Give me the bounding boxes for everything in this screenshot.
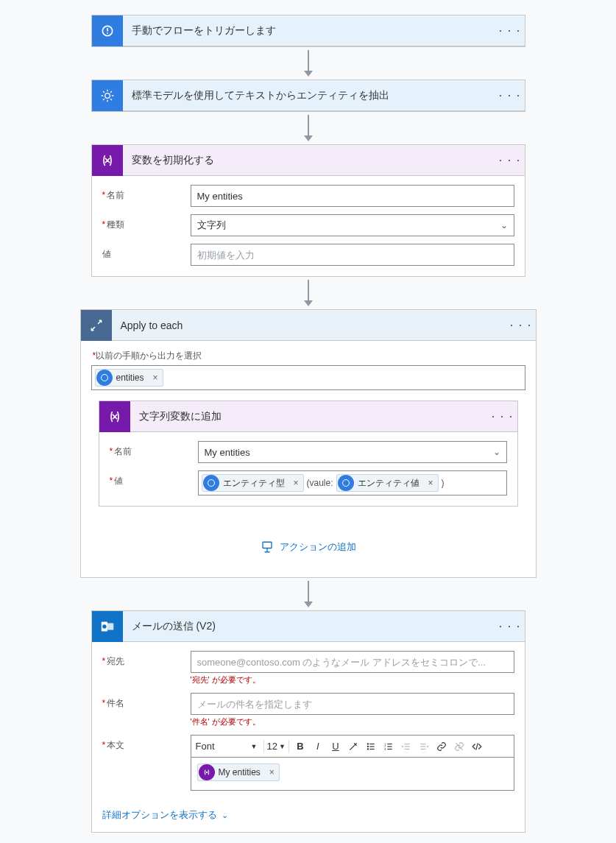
rt-color-button[interactable] — [345, 738, 361, 755]
chevron-down-icon: ⌄ — [493, 447, 500, 457]
apply-prevoutput-label: *以前の手順から出力を選択 — [93, 350, 525, 362]
initvar-name-input[interactable] — [191, 185, 514, 207]
token-entity-type[interactable]: エンティティ型 × — [202, 474, 304, 492]
rt-size-select[interactable]: 12▼ — [267, 738, 286, 755]
initvar-title: 変数を初期化する — [123, 154, 495, 167]
mail-body-editor[interactable]: My entities × — [191, 757, 514, 791]
svg-point-4 — [208, 480, 214, 487]
append-literal-text: ) — [442, 478, 445, 488]
token-remove-icon[interactable]: × — [265, 767, 279, 777]
add-action-icon — [261, 540, 274, 554]
initvar-type-label: *種類 — [102, 214, 191, 231]
dynamic-content-icon — [203, 475, 219, 491]
rt-bold-button[interactable]: B — [292, 738, 308, 755]
loop-icon — [81, 310, 112, 341]
dynamic-content-icon — [338, 475, 354, 491]
rt-bullets-button[interactable] — [363, 738, 379, 755]
token-entity-value[interactable]: エンティティ値 × — [336, 474, 439, 492]
connector-arrow-icon — [304, 581, 313, 607]
append-header[interactable]: 文字列変数に追加 · · · — [99, 401, 517, 432]
show-advanced-options[interactable]: 詳細オプションを表示する ⌄ — [92, 801, 525, 832]
add-action-label: アクションの追加 — [280, 540, 356, 554]
append-literal-text: (vaule: — [307, 478, 333, 488]
svg-rect-26 — [420, 746, 425, 747]
svg-rect-17 — [387, 746, 392, 747]
extract-title: 標準モデルを使用してテキストからエンティティを抽出 — [123, 89, 495, 102]
append-card: 文字列変数に追加 · · · *名前 My entities ⌄ — [99, 401, 518, 507]
token-remove-icon[interactable]: × — [424, 478, 438, 488]
rt-unlink-button[interactable] — [451, 738, 467, 755]
initvar-value-label: 値 — [102, 244, 191, 261]
trigger-header[interactable]: 手動でフローをトリガーします · · · — [92, 15, 525, 46]
rt-italic-button[interactable]: I — [310, 738, 326, 755]
token-entities[interactable]: entities × — [95, 369, 163, 387]
chevron-down-icon: ⌄ — [500, 220, 508, 230]
append-title: 文字列変数に追加 — [130, 410, 488, 423]
initvar-menu[interactable]: · · · — [495, 152, 525, 168]
show-advanced-label: 詳細オプションを表示する — [102, 808, 217, 822]
svg-rect-25 — [420, 743, 425, 744]
variable-icon — [199, 764, 215, 780]
trigger-title: 手動でフローをトリガーします — [123, 24, 495, 38]
applytoeach-menu[interactable]: · · · — [506, 317, 536, 333]
svg-rect-15 — [369, 748, 374, 749]
rt-link-button[interactable] — [433, 738, 450, 755]
richtext-toolbar: Font▼ 12▼ B I U 1 — [191, 735, 514, 757]
rt-numbered-button[interactable]: 123 — [380, 738, 397, 755]
token-myentities[interactable]: My entities × — [197, 763, 280, 781]
append-value-label: *値 — [110, 470, 198, 487]
extract-menu[interactable]: · · · — [495, 88, 525, 103]
applytoeach-card: Apply to each · · · *以前の手順から出力を選択 entiti… — [80, 309, 537, 578]
sendmail-menu[interactable]: · · · — [495, 618, 525, 634]
append-name-value: My entities — [205, 447, 250, 458]
append-menu[interactable]: · · · — [488, 409, 517, 424]
connector-arrow-icon — [304, 50, 313, 77]
trigger-card: 手動でフローをトリガーします · · · — [91, 15, 525, 47]
svg-rect-23 — [405, 746, 410, 747]
svg-rect-27 — [420, 748, 425, 749]
svg-rect-6 — [263, 542, 272, 548]
mail-subject-input[interactable] — [191, 693, 514, 715]
svg-rect-16 — [387, 743, 392, 744]
mail-to-error: '宛先' が必要です。 — [191, 674, 514, 685]
append-name-select[interactable]: My entities ⌄ — [198, 441, 507, 463]
rt-underline-button[interactable]: U — [328, 738, 344, 755]
trigger-menu[interactable]: · · · — [495, 23, 525, 38]
token-remove-icon[interactable]: × — [289, 478, 303, 488]
sendmail-title: メールの送信 (V2) — [123, 620, 495, 633]
initvar-header[interactable]: 変数を初期化する · · · — [92, 145, 525, 176]
append-name-label: *名前 — [110, 441, 198, 458]
mail-to-label: *宛先 — [102, 651, 191, 668]
initvar-type-select[interactable]: 文字列 ⌄ — [191, 214, 514, 236]
token-remove-icon[interactable]: × — [149, 373, 163, 383]
rt-font-select[interactable]: Font▼ — [196, 738, 261, 755]
apply-prevoutput-input[interactable]: entities × — [91, 365, 525, 390]
mail-body-label: *本文 — [102, 735, 191, 752]
svg-text:3: 3 — [384, 747, 386, 750]
svg-point-1 — [107, 32, 108, 34]
svg-point-3 — [101, 375, 107, 381]
rt-codeview-button[interactable] — [469, 738, 485, 755]
initvar-value-input[interactable] — [191, 244, 514, 266]
sendmail-header[interactable]: メールの送信 (V2) · · · — [92, 611, 525, 642]
variable-icon — [99, 401, 130, 432]
add-action-button[interactable]: アクションの追加 — [91, 540, 525, 554]
applytoeach-header[interactable]: Apply to each · · · — [81, 310, 536, 341]
rt-outdent-button[interactable] — [398, 738, 414, 755]
initvar-card: 変数を初期化する · · · *名前 *種類 文字列 ⌄ 値 — [91, 144, 525, 277]
mail-to-input[interactable] — [191, 651, 514, 673]
svg-rect-8 — [107, 623, 113, 629]
connector-arrow-icon — [304, 115, 313, 141]
extract-header[interactable]: 標準モデルを使用してテキストからエンティティを抽出 · · · — [92, 80, 525, 111]
svg-rect-22 — [405, 743, 410, 744]
svg-point-9 — [102, 624, 107, 629]
svg-point-10 — [367, 743, 369, 744]
mail-subject-label: *件名 — [102, 693, 191, 710]
svg-rect-24 — [405, 748, 410, 749]
initvar-type-value: 文字列 — [197, 219, 226, 232]
rt-indent-button[interactable] — [416, 738, 432, 755]
extract-card: 標準モデルを使用してテキストからエンティティを抽出 · · · — [91, 80, 525, 112]
append-value-input[interactable]: エンティティ型 × (vaule: エンティティ値 × — [198, 470, 507, 495]
variable-icon — [92, 145, 123, 176]
outlook-icon — [92, 611, 123, 642]
